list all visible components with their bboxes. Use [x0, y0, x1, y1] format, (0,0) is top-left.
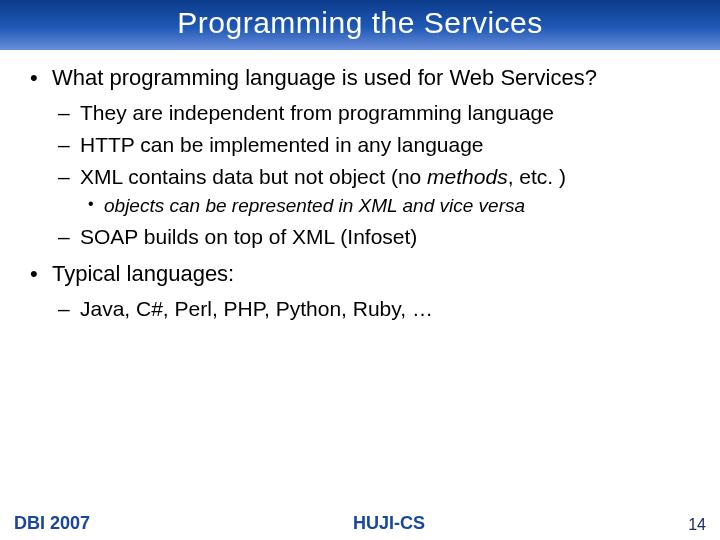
slide-body: What programming language is used for We…: [0, 50, 720, 513]
bullet-text: Typical languages:: [52, 261, 234, 286]
footer-left: DBI 2007: [14, 513, 90, 534]
bullet-text: What programming language is used for We…: [52, 65, 597, 90]
bullet-l2: Java, C#, Perl, PHP, Python, Ruby, …: [52, 296, 700, 322]
bullet-text: SOAP builds on top of XML (Infoset): [80, 225, 417, 248]
bullet-l2: HTTP can be implemented in any language: [52, 132, 700, 158]
bullet-l1: What programming language is used for We…: [20, 64, 700, 250]
page-number: 14: [688, 516, 706, 534]
bullet-text: , etc. ): [508, 165, 566, 188]
footer-center: HUJI-CS: [353, 513, 425, 534]
bullet-l2: XML contains data but not object (no met…: [52, 164, 700, 218]
bullet-text-em: methods: [427, 165, 508, 188]
bullet-l2: SOAP builds on top of XML (Infoset): [52, 224, 700, 250]
bullet-text: Java, C#, Perl, PHP, Python, Ruby, …: [80, 297, 433, 320]
title-bar: Programming the Services: [0, 0, 720, 50]
footer: DBI 2007 HUJI-CS 14: [0, 513, 720, 540]
bullet-l3: objects can be represented in XML and vi…: [80, 194, 700, 218]
bullet-text: objects can be represented in XML and vi…: [104, 195, 525, 216]
bullet-text: XML contains data but not object (no: [80, 165, 427, 188]
bullet-text: HTTP can be implemented in any language: [80, 133, 484, 156]
slide-title: Programming the Services: [0, 6, 720, 40]
bullet-l2: They are independent from programming la…: [52, 100, 700, 126]
bullet-text: They are independent from programming la…: [80, 101, 554, 124]
bullet-l1: Typical languages: Java, C#, Perl, PHP, …: [20, 260, 700, 322]
